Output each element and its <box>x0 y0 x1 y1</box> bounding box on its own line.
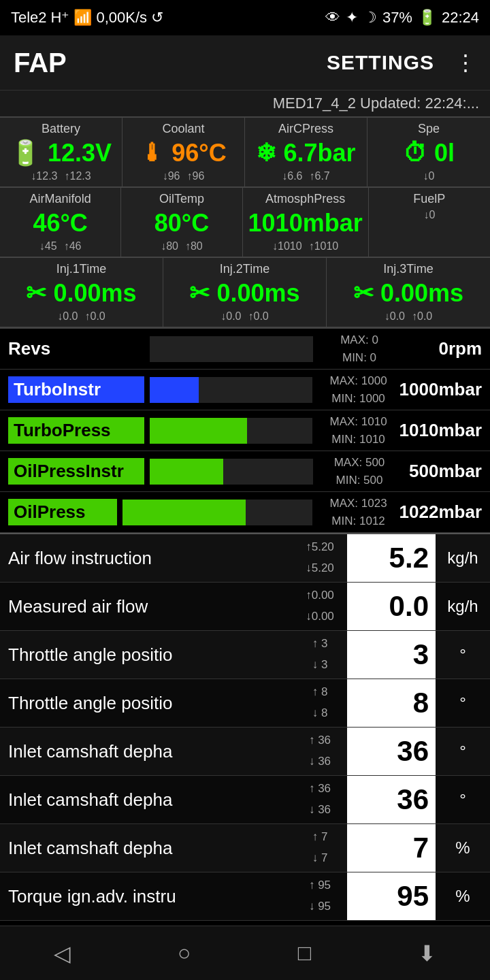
inj3-minmax: ↓0.0 ↑0.0 <box>332 310 485 323</box>
torque-name: Torque ign.adv. instru <box>0 879 293 914</box>
camshaft-1-up: ↑ 36 <box>293 730 347 751</box>
back-button[interactable]: ◁ <box>40 934 84 973</box>
aircpress-value: ❄ 6.7bar <box>250 139 361 167</box>
oiltemp-value: 80°C <box>127 209 236 238</box>
turboinstr-minmax: MAX: 1000 MIN: 1000 <box>318 372 399 407</box>
air-flow-instruction-up: ↑5.20 <box>293 537 347 558</box>
camshaft-2-arrows: ↑ 36 ↓ 36 <box>293 779 347 820</box>
revs-min-label: MIN: 0 <box>318 349 400 367</box>
oilpress-bar <box>122 500 312 525</box>
inj3-max: ↑0.0 <box>412 310 432 323</box>
measured-air-flow-row: Measured air flow ↑0.00 ↓0.00 0.0 kg/h <box>0 583 490 631</box>
camshaft-3-arrows: ↑ 7 ↓ 7 <box>293 827 347 868</box>
speed-min: ↓0 <box>423 170 435 182</box>
camshaft-1-row: Inlet camshaft depha ↑ 36 ↓ 36 36 ° <box>0 728 490 776</box>
oilpressinstr-fill <box>150 459 223 485</box>
throttle-angle-2-row: Throttle angle positio ↑ 8 ↓ 8 8 ° <box>0 679 490 728</box>
oilpress-fill <box>122 500 246 525</box>
data-speed: 0,00K/s <box>96 9 147 27</box>
atmpress-max: ↑1010 <box>309 240 339 252</box>
bars-section: Revs MAX: 0 MIN: 0 0rpm TurboInstr MAX: … <box>0 327 490 533</box>
turboinstr-value: 1000mbar <box>399 379 482 400</box>
revs-label: Revs <box>8 338 144 359</box>
oiltemp-label: OilTemp <box>127 192 236 206</box>
speed-label: Spe <box>373 122 485 136</box>
eye-icon: 👁 <box>325 9 340 27</box>
turbopress-label: TurboPress <box>8 417 144 444</box>
camshaft-1-name: Inlet camshaft depha <box>0 734 293 769</box>
oilpressinstr-value: 500mbar <box>400 461 482 482</box>
coolant-value: 🌡 96°C <box>128 139 239 167</box>
air-flow-instruction-arrows: ↑5.20 ↓5.20 <box>293 537 347 578</box>
inj3-value: ✂ 0.00ms <box>332 279 485 308</box>
battery-minmax: ↓12.3 ↑12.3 <box>5 170 116 182</box>
subtitle-bar: MED17_4_2 Updated: 22:24:... <box>0 90 490 116</box>
turboinstr-bar <box>150 377 312 403</box>
turbopress-bar <box>150 418 312 444</box>
coolant-minmax: ↓96 ↑96 <box>128 170 239 182</box>
airmanifold-sensor: AirManifold 46°C ↓45 ↑46 <box>0 188 121 257</box>
coolant-label: Coolant <box>128 122 239 136</box>
overflow-menu-button[interactable]: ⋮ <box>455 50 476 76</box>
camshaft-3-row: Inlet camshaft depha ↑ 7 ↓ 7 7 % <box>0 824 490 872</box>
oilpress-minmax: MAX: 1023 MIN: 1012 <box>318 495 399 529</box>
sensor-row-1: Battery 🔋 12.3V ↓12.3 ↑12.3 Coolant 🌡 96… <box>0 116 490 187</box>
fuelp-label: FuelP <box>374 192 485 206</box>
speed-value: ⏱ 0l <box>373 139 485 167</box>
inj2-sensor: Inj.2Time ✂ 0.00ms ↓0.0 ↑0.0 <box>163 258 327 327</box>
airmanifold-value: 46°C <box>5 209 115 238</box>
camshaft-2-unit: ° <box>436 790 490 809</box>
oilpress-max-label: MAX: 1023 <box>318 495 399 512</box>
fuelp-sensor: FuelP ↓0 <box>369 188 490 257</box>
injection-row: Inj.1Time ✂ 0.00ms ↓0.0 ↑0.0 Inj.2Time ✂… <box>0 257 490 327</box>
turbopress-fill <box>150 418 247 444</box>
ecu-info: MED17_4_2 Updated: 22:24:... <box>273 95 479 112</box>
air-flow-instruction-value: 5.2 <box>347 534 436 582</box>
inj3-sensor: Inj.3Time ✂ 0.00ms ↓0.0 ↑0.0 <box>327 258 490 327</box>
camshaft-3-down: ↓ 7 <box>293 848 347 869</box>
camshaft-2-name: Inlet camshaft depha <box>0 783 293 817</box>
status-right: 👁 ✦ ☽ 37% 🔋 22:24 <box>325 9 479 27</box>
signal-bars: 📶 <box>74 9 92 27</box>
torque-value: 95 <box>347 872 436 920</box>
oiltemp-sensor: OilTemp 80°C ↓80 ↑80 <box>121 188 242 257</box>
aircpress-label: AirCPress <box>250 122 361 136</box>
measured-air-flow-name: Measured air flow <box>0 589 293 624</box>
torque-up: ↑ 95 <box>293 875 347 896</box>
aircpress-minmax: ↓6.6 ↑6.7 <box>250 170 361 182</box>
turboinstr-min-label: MIN: 1000 <box>318 390 399 408</box>
recents-button[interactable]: □ <box>284 934 325 973</box>
status-left: Tele2 H⁺ 📶 0,00K/s ↺ <box>11 9 163 27</box>
inj1-value: ✂ 0.00ms <box>5 279 157 308</box>
aircpress-sensor: AirCPress ❄ 6.7bar ↓6.6 ↑6.7 <box>245 118 368 187</box>
carrier-text: Tele2 <box>11 9 47 27</box>
revs-bar <box>150 336 313 362</box>
sensor-row-2: AirManifold 46°C ↓45 ↑46 OilTemp 80°C ↓8… <box>0 187 490 257</box>
turbopress-max-label: MAX: 1010 <box>318 413 399 431</box>
inj1-sensor: Inj.1Time ✂ 0.00ms ↓0.0 ↑0.0 <box>0 258 163 327</box>
coolant-max: ↑96 <box>187 170 205 182</box>
oilpress-value: 1022mbar <box>399 502 482 523</box>
aircpress-max: ↑6.7 <box>310 170 330 182</box>
turbopress-minmax: MAX: 1010 MIN: 1010 <box>318 413 399 448</box>
menu-down-button[interactable]: ⬇ <box>404 934 450 973</box>
throttle-angle-2-up: ↑ 8 <box>293 682 347 703</box>
coolant-sensor: Coolant 🌡 96°C ↓96 ↑96 <box>122 118 245 187</box>
inj3-min: ↓0.0 <box>385 310 405 323</box>
battery-pct: 37% <box>382 9 412 27</box>
oiltemp-min: ↓80 <box>161 240 178 252</box>
settings-button[interactable]: SETTINGS <box>327 51 434 74</box>
camshaft-2-row: Inlet camshaft depha ↑ 36 ↓ 36 36 ° <box>0 776 490 824</box>
inj1-min: ↓0.0 <box>57 310 78 323</box>
torque-down: ↓ 95 <box>293 896 347 917</box>
inj2-min: ↓0.0 <box>220 310 241 323</box>
home-button[interactable]: ○ <box>164 934 204 973</box>
inj1-label: Inj.1Time <box>5 262 157 276</box>
oilpress-label: OilPress <box>8 499 117 525</box>
camshaft-1-down: ↓ 36 <box>293 751 347 772</box>
measured-air-flow-down: ↓0.00 <box>293 606 347 627</box>
oilpressinstr-bar <box>150 459 313 485</box>
camshaft-3-name: Inlet camshaft depha <box>0 831 293 866</box>
sync-icon: ↺ <box>151 9 163 27</box>
torque-arrows: ↑ 95 ↓ 95 <box>293 875 347 917</box>
